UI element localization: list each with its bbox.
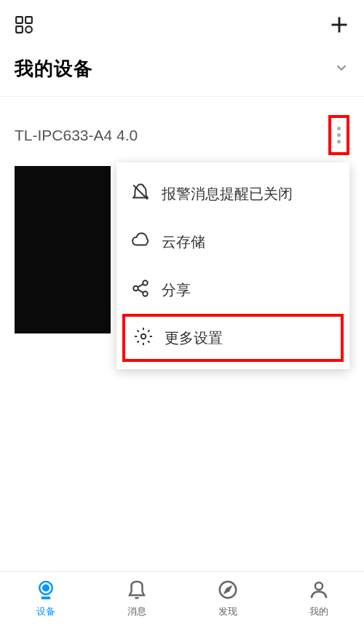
menu-item-more-settings[interactable]: 更多设置 — [122, 314, 344, 362]
nav-discover[interactable]: 发现 — [182, 572, 273, 624]
page-title: 我的设备 — [15, 56, 93, 82]
device-name: TL-IPC633-A4 4.0 — [15, 127, 138, 144]
camera-preview[interactable] — [15, 166, 111, 333]
device-context-menu: 报警消息提醒已关闭 云存储 分享 — [116, 162, 349, 369]
more-vertical-icon — [337, 127, 341, 143]
nav-devices[interactable]: 设备 — [0, 572, 91, 624]
menu-label: 更多设置 — [165, 328, 223, 348]
svg-point-9 — [143, 291, 148, 296]
svg-point-7 — [143, 280, 148, 285]
bottom-nav: 设备 消息 发现 我的 — [0, 571, 364, 624]
user-icon — [308, 579, 330, 604]
nav-label: 消息 — [127, 605, 146, 618]
menu-item-alarm-toggle[interactable]: 报警消息提醒已关闭 — [116, 170, 349, 218]
chevron-down-icon — [333, 60, 349, 79]
svg-rect-2 — [16, 26, 23, 33]
svg-rect-1 — [25, 17, 32, 23]
svg-marker-18 — [225, 587, 231, 593]
grid-view-icon[interactable] — [15, 15, 33, 37]
menu-item-cloud-storage[interactable]: 云存储 — [116, 218, 349, 266]
bell-off-icon — [131, 183, 150, 205]
nav-messages[interactable]: 消息 — [91, 572, 182, 624]
svg-line-11 — [138, 290, 143, 293]
compass-icon — [217, 579, 239, 604]
more-options-button[interactable] — [328, 115, 349, 155]
devices-title-row[interactable]: 我的设备 — [0, 49, 364, 96]
nav-label: 发现 — [218, 605, 237, 618]
svg-point-8 — [133, 286, 138, 291]
nav-profile[interactable]: 我的 — [273, 572, 364, 624]
svg-point-19 — [315, 582, 323, 590]
menu-item-share[interactable]: 分享 — [116, 266, 349, 314]
gear-icon — [134, 327, 153, 349]
svg-point-14 — [43, 585, 49, 591]
share-icon — [131, 279, 150, 301]
svg-point-12 — [141, 334, 146, 339]
svg-rect-0 — [16, 17, 23, 23]
bell-icon — [126, 579, 148, 604]
menu-label: 分享 — [162, 280, 191, 300]
svg-point-3 — [25, 26, 32, 33]
menu-label: 报警消息提醒已关闭 — [162, 184, 293, 204]
cloud-icon — [131, 231, 150, 253]
svg-line-10 — [138, 284, 143, 287]
nav-label: 我的 — [309, 605, 328, 618]
camera-icon — [35, 579, 57, 604]
menu-label: 云存储 — [162, 232, 205, 252]
add-device-button[interactable] — [329, 15, 349, 38]
nav-label: 设备 — [36, 605, 55, 618]
